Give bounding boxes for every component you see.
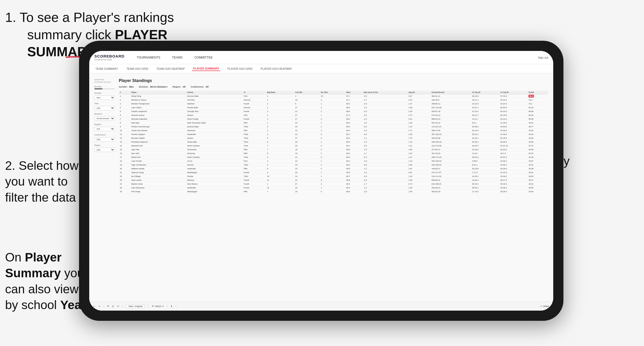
col-vs-top25: Vs Top 25: [471, 91, 499, 94]
table-row: 8Mats EgeEast Tennessee StateFifth124268…: [119, 121, 548, 125]
region-select[interactable]: N/A: [94, 127, 115, 131]
undo-btn[interactable]: ↩: [93, 305, 95, 308]
conference-display: Conference: All: [191, 86, 209, 88]
subnav-team-h2h-heatmap[interactable]: TEAM H2H HEATMAP: [156, 67, 186, 71]
col-rank: #: [119, 91, 130, 94]
table-header-row: # Player School Yr Reg Rank Conf Rk. No.…: [119, 91, 548, 94]
gender-filter-label: Gender: [94, 92, 115, 94]
year-filter-label: Year: [94, 102, 115, 105]
region-val: All: [183, 86, 186, 88]
table-body: 1Wenyi DingArizona StateFirst111567.1-3.…: [119, 94, 548, 193]
nav-bar: SCOREBOARD Powered by clipd TOURNAMENTS …: [89, 51, 553, 64]
col-reg-rank: Reg Rank: [266, 91, 294, 94]
table-row: 24Bastien AmatNew MexicoFourth127269.4-1…: [119, 182, 548, 186]
region-label: Region:: [173, 86, 181, 88]
update-time: Update time: 27/03/2024 16:56:26: [94, 78, 115, 84]
col-conf-rk: Conf Rk.: [294, 91, 320, 94]
year-select[interactable]: (All): [94, 106, 115, 110]
division-val: NCAA Division I: [150, 86, 168, 88]
table-row: 26Petr HrubyWashingtonFifth725068.6-1.81…: [119, 190, 548, 193]
region-filter-label: Region: [94, 123, 115, 126]
table-row: 4Luke ClatonFlorida StateSecond127268.2-…: [119, 106, 548, 109]
main-panel: Player Standings Gender: Men Division: N…: [119, 78, 548, 296]
table-row: 21Taehoon SongWashingtonFourth423169.3-1…: [119, 171, 548, 174]
table-row: 2Michael Le SassoOle MissSecond118067.1-…: [119, 98, 548, 102]
col-adj-score: Adj. Score to Par: [363, 91, 407, 94]
table-row: 1Wenyi DingArizona StateFirst111567.1-3.…: [119, 94, 548, 98]
table-row: 25Cole SherwoodVanderbiltFourth1223169.3…: [119, 186, 548, 190]
conference-select[interactable]: (All): [94, 137, 115, 142]
copy-btn[interactable]: ⧉: [107, 305, 109, 308]
slider-track: [94, 88, 115, 89]
logo-sub: Powered by clipd: [94, 58, 124, 61]
col-yr: Yr: [243, 91, 266, 94]
subnav-team-h2h-grid[interactable]: TEAM H2H GRID: [125, 67, 149, 71]
col-points: Points: [527, 91, 548, 94]
table-row: 5Christo LamprechtGeorgia TechFourth2212…: [119, 109, 548, 113]
table-row: 16Alex GoffKentuckyFifth819068.3-1.71.92…: [119, 151, 548, 155]
division-display: Division: NCAA Division I: [139, 86, 168, 88]
table-row: 23Jack LundinMissouriFourth1124068.6-2.3…: [119, 178, 548, 182]
export-btn[interactable]: ⬆: [171, 305, 173, 308]
table-row: 6Jackson KoivunAuburnFirst127167.3-2.02.…: [119, 113, 548, 117]
col-avg-sg: Avg SG: [407, 91, 431, 94]
table-row: 18Luke PowellUCLAFirst424169.1-1.81.1350…: [119, 159, 548, 163]
view-button[interactable]: View: Original: [126, 304, 145, 308]
table-row: 9Preston SummerhaysArizona StateThird324…: [119, 125, 548, 129]
region-display: Region: All: [173, 86, 186, 88]
col-wins: Wins: [345, 91, 363, 94]
nav-items: TOURNAMENTS TEAMS COMMITTEE: [135, 55, 538, 60]
logo-area: SCOREBOARD Powered by clipd: [94, 54, 124, 61]
paste-btn[interactable]: ⊡: [112, 305, 114, 308]
no-rds-slider[interactable]: [94, 88, 115, 89]
player-select[interactable]: (All): [94, 148, 115, 152]
nav-committee[interactable]: COMMITTEE: [192, 55, 215, 60]
gender-label: Gender:: [119, 86, 128, 88]
content-area: Update time: 27/03/2024 16:56:26 No Rds.…: [89, 73, 553, 301]
table-row: 3Michael ThorbjornsenStanfordFourth28168…: [119, 102, 548, 106]
redo-btn[interactable]: ↪: [98, 305, 100, 308]
table-row: 17David FordNorth CarolinaThird421069.0-…: [119, 155, 548, 159]
player-standings-table: # Player School Yr Reg Rank Conf Rk. No.…: [119, 91, 548, 193]
tablet-screen: SCOREBOARD Powered by clipd TOURNAMENTS …: [89, 51, 553, 311]
no-rds-label: No Rds.: [94, 86, 115, 88]
table-row: 20Matthew RiedelVanderbiltFifth923069.8-…: [119, 167, 548, 171]
share-btn[interactable]: ↗ Share: [540, 305, 549, 308]
player-filter-label: Player: [94, 144, 115, 146]
nav-tournaments[interactable]: TOURNAMENTS: [135, 55, 162, 60]
division-filter-label: Division: [94, 113, 115, 115]
refresh-btn[interactable]: ↺: [117, 305, 119, 308]
subnav-team-summary[interactable]: TEAM SUMMARY: [94, 67, 119, 71]
bottom-toolbar: ↩ ↪ | ⧉ ⊡ ↺ | View: Original | 👁 Watch ▾…: [89, 301, 553, 311]
table-row: 7Nicholas GabrelcikNorth FloridaFourth12…: [119, 117, 548, 121]
tablet: SCOREBOARD Powered by clipd TOURNAMENTS …: [79, 41, 563, 321]
watch-btn[interactable]: 👁 Watch ▾: [152, 305, 164, 308]
gender-select[interactable]: Men: [94, 95, 115, 100]
subnav-player-h2h-grid[interactable]: PLAYER H2H GRID: [226, 67, 253, 71]
table-row: 22Ian GilliganFloridaThird1024168.7-0.91…: [119, 174, 548, 178]
table-row: 11Gordon SargentVanderbiltThird421068.7-…: [119, 132, 548, 136]
sub-nav: TEAM SUMMARY TEAM H2H GRID TEAM H2H HEAT…: [89, 64, 553, 73]
table-row: 13Phichaksn MaichonTexas A&MThird630169.…: [119, 140, 548, 144]
conference-filter-label: Conference: [94, 134, 115, 136]
subnav-player-summary[interactable]: PLAYER SUMMARY: [192, 66, 220, 71]
nav-teams[interactable]: TEAMS: [170, 55, 185, 60]
subnav-player-h2h-heatmap[interactable]: PLAYER H2H HEATMAP: [260, 67, 293, 71]
division-label: Division:: [139, 86, 149, 88]
sign-in-link[interactable]: Sign out: [538, 56, 548, 59]
col-vs-top50: Vs Top 50: [499, 91, 527, 94]
col-school: School: [186, 91, 243, 94]
filter-panel: Update time: 27/03/2024 16:56:26 No Rds.…: [94, 78, 115, 296]
col-overall: Overall Record: [431, 91, 471, 94]
conference-label: Conference:: [191, 86, 204, 88]
col-no-rds: No. Rds.: [320, 91, 345, 94]
logo-text: SCOREBOARD: [94, 54, 124, 58]
division-select[interactable]: NCAA Division I: [94, 116, 115, 121]
panel-title: Player Standings: [119, 78, 548, 83]
table-row: 12Brendan ValdesAuburnThird537068.4-1.11…: [119, 136, 548, 140]
table-row: 14Maxwell FordNorth CarolinaThird722069.…: [119, 144, 548, 148]
gender-val: Men: [129, 86, 134, 88]
annotation-2: 2. Select howyou want tofilter the data: [5, 158, 92, 205]
conference-val: All: [205, 86, 209, 88]
table-row: 19Tiger ChristensenArizonaThird523269.2-…: [119, 163, 548, 167]
